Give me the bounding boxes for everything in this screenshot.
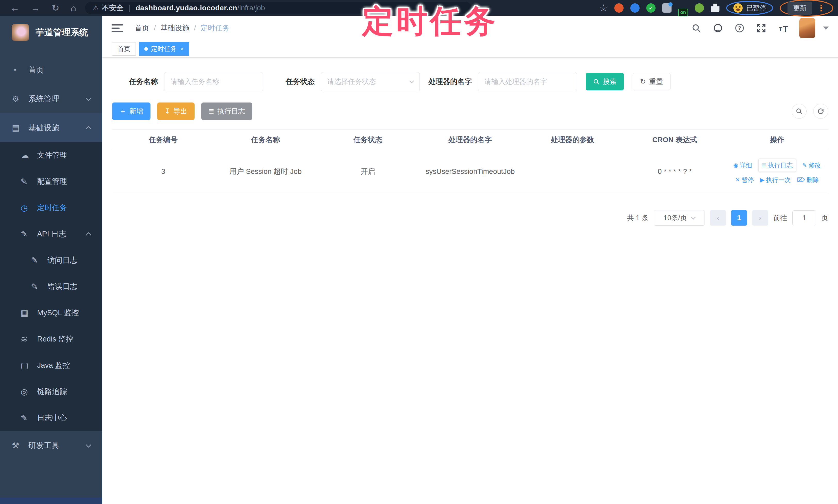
extension-icon-grid[interactable] <box>662 3 671 13</box>
sidebar-item-label: 日志中心 <box>37 413 67 423</box>
pause-link-label: 暂停 <box>741 176 754 184</box>
layers-icon: ≋ <box>21 334 37 344</box>
help-icon[interactable]: ? <box>734 23 745 33</box>
log-icon: ✎ <box>21 229 37 239</box>
address-divider: | <box>128 4 130 12</box>
sidebar-item-scheduled-job[interactable]: ◷ 定时任务 <box>0 195 102 221</box>
refresh-icon: ↻ <box>640 77 646 86</box>
sidebar-item-trace[interactable]: ◎ 链路追踪 <box>0 379 102 405</box>
goto-page-input[interactable] <box>792 211 816 226</box>
handler-name-input[interactable] <box>478 72 577 91</box>
sidebar-item-api-log[interactable]: ✎ API 日志 <box>0 221 102 247</box>
col-handler-param: 处理器的参数 <box>521 129 624 150</box>
extension-icon-leaf[interactable] <box>695 3 704 13</box>
prev-page-button[interactable]: ‹ <box>710 210 726 226</box>
pause-link[interactable]: ✕ 暂停 <box>735 176 754 184</box>
bookmark-star-icon[interactable]: ☆ <box>599 3 608 13</box>
browser-menu-icon[interactable]: ⋮ <box>817 3 826 13</box>
add-button[interactable]: ＋ 新增 <box>112 103 151 120</box>
sidebar-item-redis-monitor[interactable]: ≋ Redis 监控 <box>0 326 102 352</box>
job-log-button[interactable]: ≣ 执行日志 <box>201 103 252 120</box>
database-icon: ▦ <box>21 308 37 318</box>
refresh-icon <box>817 108 824 115</box>
reset-button[interactable]: ↻ 重置 <box>633 73 670 90</box>
sidebar-item-system[interactable]: ⚙ 系统管理 <box>0 85 102 113</box>
reset-button-label: 重置 <box>649 77 663 86</box>
sidebar-item-java-monitor[interactable]: ▢ Java 监控 <box>0 352 102 379</box>
eye-icon: ◉ <box>733 162 738 169</box>
sidebar-item-config-manage[interactable]: ✎ 配置管理 <box>0 168 102 195</box>
search-button[interactable]: 搜索 <box>586 73 624 90</box>
extensions-puzzle-icon[interactable] <box>711 4 719 12</box>
svg-text:T: T <box>783 24 788 33</box>
tab-scheduled-job[interactable]: 定时任务 × <box>139 42 189 56</box>
export-button[interactable]: ↧ 导出 <box>157 103 195 120</box>
close-icon[interactable]: × <box>180 46 184 52</box>
caret-down-icon[interactable] <box>823 26 829 30</box>
detail-link[interactable]: ◉ 详细 <box>733 161 752 169</box>
app-logo[interactable]: 芋道管理系统 <box>0 16 102 49</box>
sidebar-item-home[interactable]: ◔ 首页 <box>0 56 102 85</box>
sidebar-item-file-manage[interactable]: ☁ 文件管理 <box>0 142 102 168</box>
sidebar-item-dev-tools[interactable]: ⚒ 研发工具 <box>0 431 102 460</box>
security-label[interactable]: 不安全 <box>102 3 123 13</box>
browser-back-icon[interactable]: ← <box>10 3 20 13</box>
browser-reload-icon[interactable]: ↻ <box>52 3 59 13</box>
tab-home[interactable]: 首页 <box>112 42 136 56</box>
user-avatar[interactable] <box>799 18 815 38</box>
select-placeholder: 请选择任务状态 <box>327 77 376 86</box>
update-group: 更新 ⋮ <box>780 0 833 17</box>
sidebar-item-label: API 日志 <box>37 229 66 239</box>
trash-icon: ⌦ <box>797 177 805 183</box>
refresh-button[interactable] <box>813 104 828 119</box>
fullscreen-icon[interactable] <box>756 23 766 33</box>
address-bar[interactable]: ⚠ 不安全 | dashboard.yudao.iocoder.cn /infr… <box>85 2 472 14</box>
edit-icon: ✎ <box>802 162 807 169</box>
tools-icon: ⚒ <box>12 440 28 450</box>
github-icon[interactable] <box>713 23 723 33</box>
job-name-input[interactable] <box>164 72 263 91</box>
search-icon[interactable] <box>691 23 701 33</box>
sidebar-item-label: 系统管理 <box>28 94 59 104</box>
breadcrumb-home[interactable]: 首页 <box>135 23 149 33</box>
handler-name-label: 处理器的名字 <box>429 77 472 87</box>
job-log-link[interactable]: ≣ 执行日志 <box>758 159 796 172</box>
breadcrumb-separator: / <box>154 24 156 32</box>
url-host: dashboard.yudao.iocoder.cn <box>136 4 237 12</box>
breadcrumb-infra[interactable]: 基础设施 <box>160 23 189 33</box>
sidebar-item-access-log[interactable]: ✎ 访问日志 <box>0 247 102 273</box>
cell-handler-param <box>521 150 624 193</box>
run-once-link[interactable]: ▶ 执行一次 <box>760 176 791 184</box>
delete-link-label: 删除 <box>806 176 819 184</box>
sidebar-item-label: 基础设施 <box>28 123 59 133</box>
col-actions: 操作 <box>726 129 828 150</box>
list-icon: ≣ <box>762 162 766 169</box>
toggle-search-button[interactable] <box>792 104 806 119</box>
sidebar-collapse-icon[interactable] <box>111 24 123 32</box>
page-1-button[interactable]: 1 <box>731 210 747 226</box>
extension-on-badge[interactable]: on <box>678 9 688 16</box>
browser-home-icon[interactable]: ⌂ <box>71 3 76 13</box>
list-icon: ≣ <box>208 107 214 115</box>
sidebar-item-error-log[interactable]: ✎ 错误日志 <box>0 273 102 300</box>
paused-badge: 已暂停 <box>746 4 766 13</box>
download-icon: ↧ <box>164 107 170 115</box>
delete-link[interactable]: ⌦ 删除 <box>797 176 819 184</box>
extension-icon-blue[interactable] <box>630 3 640 13</box>
page-size-select[interactable]: 10条/页 <box>654 210 705 226</box>
edit-link[interactable]: ✎ 修改 <box>802 161 821 169</box>
next-page-button[interactable]: › <box>752 210 768 226</box>
sidebar-item-infra[interactable]: ▤ 基础设施 <box>0 113 102 142</box>
extension-icon-green[interactable]: ✓ <box>646 3 656 13</box>
profile-paused-group[interactable]: 已暂停 <box>726 1 773 15</box>
extension-icon-orange[interactable] <box>614 3 624 13</box>
sidebar-item-log-center[interactable]: ✎ 日志中心 <box>0 405 102 431</box>
cell-cron: 0 * * * * ? * <box>624 150 726 193</box>
active-dot-icon <box>144 47 148 51</box>
job-status-select[interactable]: 请选择任务状态 <box>321 72 420 91</box>
sidebar-item-mysql-monitor[interactable]: ▦ MySQL 监控 <box>0 300 102 326</box>
update-button[interactable]: 更新 <box>787 2 812 15</box>
browser-forward-icon[interactable]: → <box>31 3 40 13</box>
search-icon <box>593 78 600 85</box>
font-size-icon[interactable]: T T <box>778 23 788 33</box>
